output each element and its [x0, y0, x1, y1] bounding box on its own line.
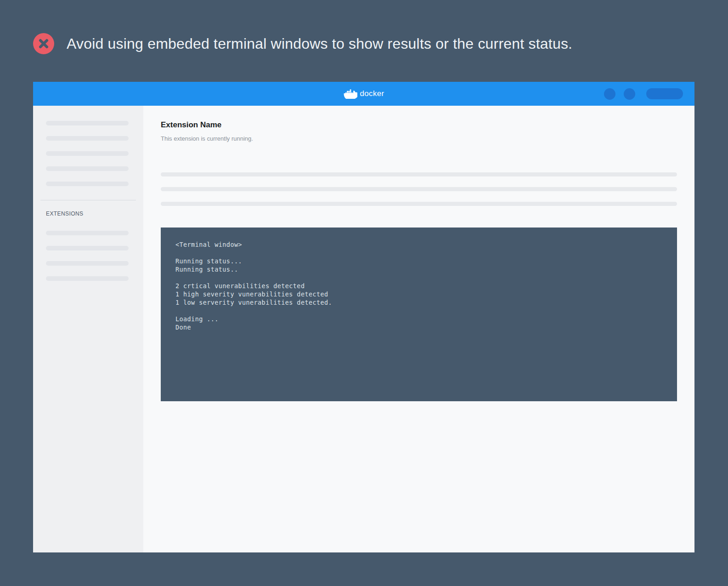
sidebar-divider [40, 200, 136, 200]
sidebar-skeleton-group-extensions [33, 231, 143, 281]
docker-logo: docker [344, 89, 384, 99]
guideline-title: Avoid using embeded terminal windows to … [67, 35, 572, 52]
sidebar-skeleton-line [46, 151, 129, 156]
sidebar-skeleton-line [46, 276, 129, 281]
embedded-terminal-window: <Terminal window> Running status... Runn… [161, 228, 677, 401]
sidebar-skeleton-line [46, 246, 129, 250]
docker-desktop-window: docker EXTENSIONS [33, 82, 694, 552]
sidebar-section-label: EXTENSIONS [46, 211, 143, 217]
titlebar-circle-button-2[interactable] [624, 88, 635, 100]
sidebar-skeleton-line [46, 182, 129, 186]
docker-whale-icon [344, 89, 357, 99]
titlebar-circle-button-1[interactable] [604, 88, 615, 100]
titlebar-pill-button[interactable] [646, 88, 683, 99]
docker-wordmark: docker [360, 89, 384, 98]
sidebar-skeleton-line [46, 121, 129, 125]
sidebar: EXTENSIONS [33, 106, 143, 552]
window-body: EXTENSIONS Extension Name This extension… [33, 106, 694, 552]
extension-status-text: This extension is currently running. [161, 135, 677, 142]
terminal-output: <Terminal window> Running status... Runn… [175, 240, 662, 331]
content-skeleton-line [161, 187, 677, 191]
extension-title: Extension Name [161, 120, 677, 130]
avoid-x-icon [33, 33, 54, 54]
content-skeleton-line [161, 202, 677, 206]
main-content: Extension Name This extension is current… [143, 106, 694, 552]
sidebar-skeleton-line [46, 261, 129, 266]
content-skeleton-line [161, 172, 677, 176]
titlebar-controls [604, 82, 683, 106]
guideline-banner: Avoid using embeded terminal windows to … [33, 33, 695, 54]
window-titlebar: docker [33, 82, 694, 106]
sidebar-skeleton-line [46, 136, 129, 141]
sidebar-skeleton-group-top [33, 121, 143, 186]
content-skeleton-group [161, 172, 677, 206]
sidebar-skeleton-line [46, 231, 129, 235]
sidebar-skeleton-line [46, 166, 129, 171]
